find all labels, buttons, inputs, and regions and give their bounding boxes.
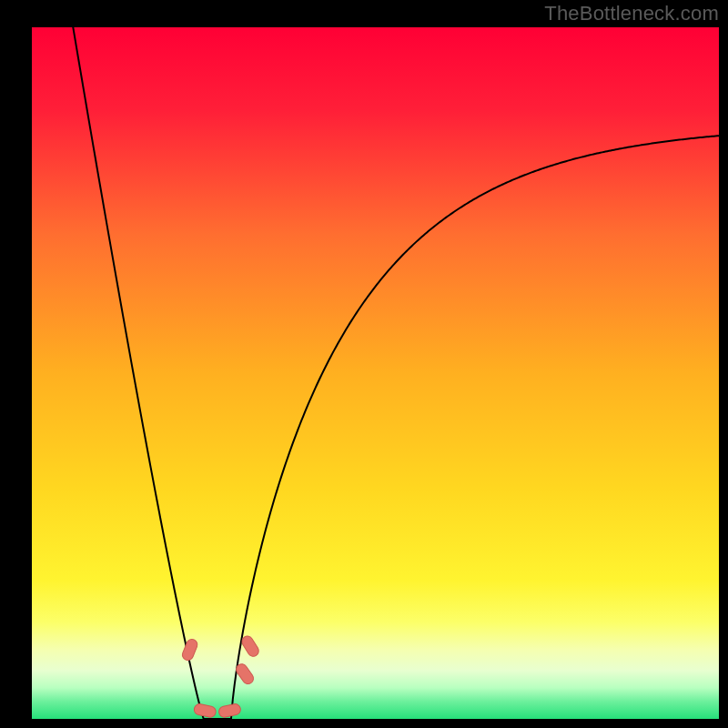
plot-area: [32, 27, 719, 719]
watermark: TheBottleneck.com: [544, 2, 719, 25]
chart-svg: [32, 27, 719, 719]
gradient-background: [32, 27, 719, 719]
chart-frame: TheBottleneck.com: [0, 0, 728, 728]
